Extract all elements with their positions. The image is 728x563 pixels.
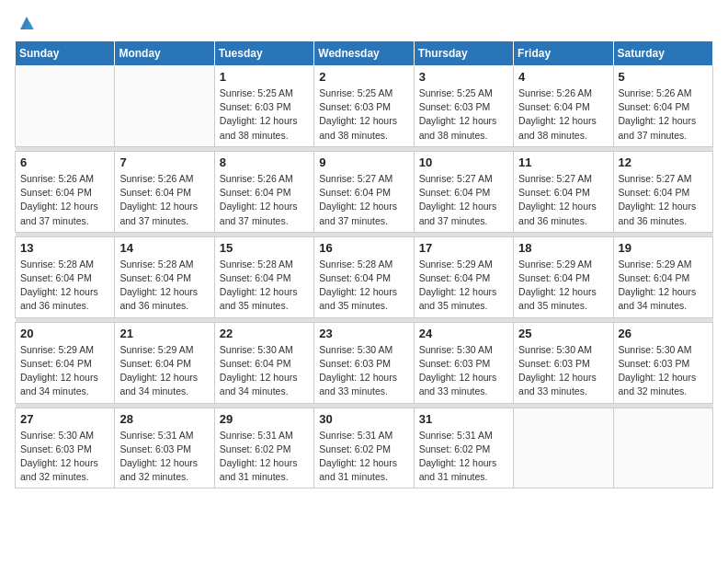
day-number: 4 xyxy=(518,70,608,84)
day-info: Sunrise: 5:28 AMSunset: 6:04 PMDaylight:… xyxy=(220,258,309,314)
day-info: Sunrise: 5:29 AMSunset: 6:04 PMDaylight:… xyxy=(518,258,608,314)
calendar-cell: 31Sunrise: 5:31 AMSunset: 6:02 PMDayligh… xyxy=(414,408,513,488)
calendar-cell: 10Sunrise: 5:27 AMSunset: 6:04 PMDayligh… xyxy=(414,151,513,232)
calendar-week-5: 27Sunrise: 5:30 AMSunset: 6:03 PMDayligh… xyxy=(16,408,713,488)
calendar-cell: 12Sunrise: 5:27 AMSunset: 6:04 PMDayligh… xyxy=(613,151,712,232)
day-info: Sunrise: 5:31 AMSunset: 6:02 PMDaylight:… xyxy=(220,429,309,485)
col-header-monday: Monday xyxy=(115,41,214,66)
day-info: Sunrise: 5:30 AMSunset: 6:04 PMDaylight:… xyxy=(220,343,309,399)
calendar-week-1: 1Sunrise: 5:25 AMSunset: 6:03 PMDaylight… xyxy=(16,66,713,147)
day-info: Sunrise: 5:27 AMSunset: 6:04 PMDaylight:… xyxy=(619,172,708,228)
calendar-week-2: 6Sunrise: 5:26 AMSunset: 6:04 PMDaylight… xyxy=(16,151,713,232)
day-number: 18 xyxy=(518,241,608,255)
calendar-cell: 18Sunrise: 5:29 AMSunset: 6:04 PMDayligh… xyxy=(514,236,613,317)
day-info: Sunrise: 5:26 AMSunset: 6:04 PMDaylight:… xyxy=(220,172,309,228)
day-info: Sunrise: 5:25 AMSunset: 6:03 PMDaylight:… xyxy=(419,86,508,143)
calendar-cell: 7Sunrise: 5:26 AMSunset: 6:04 PMDaylight… xyxy=(115,151,214,232)
day-info: Sunrise: 5:26 AMSunset: 6:04 PMDaylight:… xyxy=(20,172,109,228)
calendar-cell: 23Sunrise: 5:30 AMSunset: 6:03 PMDayligh… xyxy=(314,322,414,403)
calendar-cell: 13Sunrise: 5:28 AMSunset: 6:04 PMDayligh… xyxy=(16,236,115,317)
day-info: Sunrise: 5:31 AMSunset: 6:02 PMDaylight:… xyxy=(319,429,408,485)
calendar-cell: 15Sunrise: 5:28 AMSunset: 6:04 PMDayligh… xyxy=(214,236,313,317)
calendar-cell xyxy=(514,408,613,488)
calendar-cell: 20Sunrise: 5:29 AMSunset: 6:04 PMDayligh… xyxy=(16,322,115,403)
day-info: Sunrise: 5:26 AMSunset: 6:04 PMDaylight:… xyxy=(518,86,608,143)
calendar-cell: 11Sunrise: 5:27 AMSunset: 6:04 PMDayligh… xyxy=(514,151,613,232)
calendar-cell: 21Sunrise: 5:29 AMSunset: 6:04 PMDayligh… xyxy=(115,322,214,403)
day-info: Sunrise: 5:29 AMSunset: 6:04 PMDaylight:… xyxy=(419,258,508,314)
day-number: 21 xyxy=(119,327,209,340)
day-info: Sunrise: 5:28 AMSunset: 6:04 PMDaylight:… xyxy=(119,258,209,314)
calendar-cell: 4Sunrise: 5:26 AMSunset: 6:04 PMDaylight… xyxy=(514,66,613,147)
day-info: Sunrise: 5:28 AMSunset: 6:04 PMDaylight:… xyxy=(319,258,408,314)
day-info: Sunrise: 5:29 AMSunset: 6:04 PMDaylight:… xyxy=(119,343,209,399)
day-info: Sunrise: 5:30 AMSunset: 6:03 PMDaylight:… xyxy=(419,343,508,399)
day-number: 31 xyxy=(419,412,508,426)
calendar-week-4: 20Sunrise: 5:29 AMSunset: 6:04 PMDayligh… xyxy=(16,322,713,403)
day-number: 12 xyxy=(619,155,708,169)
day-number: 23 xyxy=(319,327,408,340)
day-number: 20 xyxy=(20,327,109,340)
logo-icon xyxy=(17,13,37,33)
calendar-cell: 14Sunrise: 5:28 AMSunset: 6:04 PMDayligh… xyxy=(115,236,214,317)
calendar-cell: 24Sunrise: 5:30 AMSunset: 6:03 PMDayligh… xyxy=(414,322,513,403)
logo xyxy=(15,15,37,33)
calendar-cell: 6Sunrise: 5:26 AMSunset: 6:04 PMDaylight… xyxy=(16,151,115,232)
calendar-cell: 19Sunrise: 5:29 AMSunset: 6:04 PMDayligh… xyxy=(613,236,712,317)
calendar-cell xyxy=(613,408,712,488)
calendar-cell: 28Sunrise: 5:31 AMSunset: 6:03 PMDayligh… xyxy=(115,408,214,488)
day-number: 24 xyxy=(419,327,508,340)
calendar-cell: 2Sunrise: 5:25 AMSunset: 6:03 PMDaylight… xyxy=(314,66,414,147)
day-number: 9 xyxy=(319,155,408,169)
day-info: Sunrise: 5:30 AMSunset: 6:03 PMDaylight:… xyxy=(319,343,408,399)
calendar-cell: 30Sunrise: 5:31 AMSunset: 6:02 PMDayligh… xyxy=(314,408,414,488)
col-header-friday: Friday xyxy=(514,41,613,66)
col-header-saturday: Saturday xyxy=(613,41,712,66)
day-number: 27 xyxy=(20,412,109,426)
col-header-sunday: Sunday xyxy=(16,41,115,66)
calendar-cell: 27Sunrise: 5:30 AMSunset: 6:03 PMDayligh… xyxy=(16,408,115,488)
day-number: 25 xyxy=(518,327,608,340)
day-info: Sunrise: 5:29 AMSunset: 6:04 PMDaylight:… xyxy=(619,258,708,314)
calendar-cell: 1Sunrise: 5:25 AMSunset: 6:03 PMDaylight… xyxy=(214,66,313,147)
day-info: Sunrise: 5:31 AMSunset: 6:03 PMDaylight:… xyxy=(119,429,209,485)
calendar-cell: 5Sunrise: 5:26 AMSunset: 6:04 PMDaylight… xyxy=(613,66,712,147)
day-number: 5 xyxy=(619,70,708,84)
col-header-wednesday: Wednesday xyxy=(314,41,414,66)
day-info: Sunrise: 5:25 AMSunset: 6:03 PMDaylight:… xyxy=(220,86,309,143)
day-number: 26 xyxy=(619,327,708,340)
day-info: Sunrise: 5:26 AMSunset: 6:04 PMDaylight:… xyxy=(619,86,708,143)
calendar-cell: 16Sunrise: 5:28 AMSunset: 6:04 PMDayligh… xyxy=(314,236,414,317)
day-info: Sunrise: 5:29 AMSunset: 6:04 PMDaylight:… xyxy=(20,343,109,399)
day-number: 11 xyxy=(518,155,608,169)
day-number: 13 xyxy=(20,241,109,255)
day-number: 19 xyxy=(619,241,708,255)
day-info: Sunrise: 5:27 AMSunset: 6:04 PMDaylight:… xyxy=(518,172,608,228)
day-number: 22 xyxy=(220,327,309,340)
calendar-cell: 3Sunrise: 5:25 AMSunset: 6:03 PMDaylight… xyxy=(414,66,513,147)
calendar-cell: 17Sunrise: 5:29 AMSunset: 6:04 PMDayligh… xyxy=(414,236,513,317)
day-number: 14 xyxy=(119,241,209,255)
day-number: 2 xyxy=(319,70,408,84)
calendar-cell xyxy=(115,66,214,147)
day-number: 28 xyxy=(119,412,209,426)
calendar-cell: 9Sunrise: 5:27 AMSunset: 6:04 PMDaylight… xyxy=(314,151,414,232)
day-number: 6 xyxy=(20,155,109,169)
day-number: 15 xyxy=(220,241,309,255)
col-header-thursday: Thursday xyxy=(414,41,513,66)
calendar-cell: 25Sunrise: 5:30 AMSunset: 6:03 PMDayligh… xyxy=(514,322,613,403)
day-info: Sunrise: 5:30 AMSunset: 6:03 PMDaylight:… xyxy=(619,343,708,399)
calendar-cell: 22Sunrise: 5:30 AMSunset: 6:04 PMDayligh… xyxy=(214,322,313,403)
day-number: 7 xyxy=(119,155,209,169)
day-info: Sunrise: 5:27 AMSunset: 6:04 PMDaylight:… xyxy=(419,172,508,228)
day-info: Sunrise: 5:30 AMSunset: 6:03 PMDaylight:… xyxy=(20,429,109,485)
day-number: 30 xyxy=(319,412,408,426)
calendar-week-3: 13Sunrise: 5:28 AMSunset: 6:04 PMDayligh… xyxy=(16,236,713,317)
day-number: 10 xyxy=(419,155,508,169)
day-info: Sunrise: 5:27 AMSunset: 6:04 PMDaylight:… xyxy=(319,172,408,228)
day-info: Sunrise: 5:25 AMSunset: 6:03 PMDaylight:… xyxy=(319,86,408,143)
day-number: 8 xyxy=(220,155,309,169)
day-info: Sunrise: 5:31 AMSunset: 6:02 PMDaylight:… xyxy=(419,429,508,485)
day-info: Sunrise: 5:26 AMSunset: 6:04 PMDaylight:… xyxy=(119,172,209,228)
calendar-table: SundayMondayTuesdayWednesdayThursdayFrid… xyxy=(15,40,713,488)
